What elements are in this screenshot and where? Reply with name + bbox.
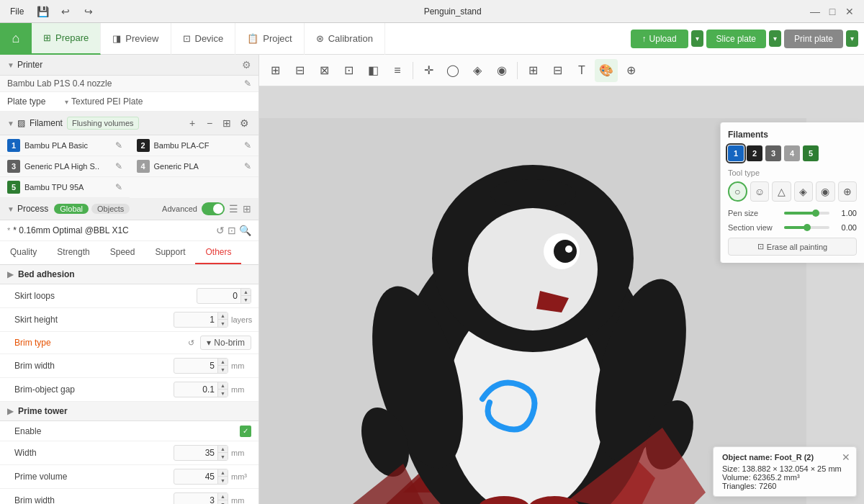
process-list-icon[interactable]: ☰	[229, 203, 238, 215]
toolbar-layout-icon[interactable]: ⊡	[337, 59, 360, 82]
skirt-loops-up[interactable]: ▲	[240, 289, 251, 296]
tool-face[interactable]: ☺	[750, 181, 769, 202]
skirt-loops-field[interactable]	[197, 289, 240, 302]
brim-object-gap-spinner[interactable]: ▲ ▼	[174, 382, 228, 397]
prime-tower-width-field[interactable]	[174, 446, 217, 459]
profile-save-icon[interactable]: ⊡	[228, 225, 236, 236]
tab-calibration[interactable]: ⊛ Calibration	[305, 23, 385, 55]
tool-triangle[interactable]: △	[772, 181, 791, 202]
brim-object-gap-down[interactable]: ▼	[217, 390, 228, 397]
brim-type-reset-icon[interactable]: ↺	[188, 338, 194, 348]
prime-tower-brim-width-down[interactable]: ▼	[217, 500, 228, 504]
filament-item-1[interactable]: 1 Bambu PLA Basic ✎	[0, 135, 130, 156]
brim-object-gap-field[interactable]	[174, 383, 217, 396]
tab-strength[interactable]: Strength	[47, 241, 99, 264]
section-view-slider[interactable]	[784, 226, 829, 229]
filament-settings-icon[interactable]: ⚙	[237, 116, 251, 130]
skirt-height-down[interactable]: ▼	[217, 320, 228, 327]
toolbar-layers-icon[interactable]: ≡	[386, 59, 409, 82]
add-filament-button[interactable]: +	[185, 116, 199, 130]
filament-chip-1[interactable]: 1	[728, 145, 744, 161]
filament-item-2[interactable]: 2 Bambu PLA-CF ✎	[130, 135, 259, 156]
undo-icon[interactable]: ↩	[57, 3, 74, 20]
prime-volume-down[interactable]: ▼	[217, 477, 228, 484]
tab-preview[interactable]: ◨ Preview	[101, 23, 171, 55]
filament-item-4[interactable]: 4 Generic PLA ✎	[130, 156, 259, 177]
toolbar-more-icon[interactable]: ⊕	[619, 59, 642, 82]
upload-dropdown[interactable]: ▾	[691, 30, 703, 47]
print-button[interactable]: Print plate	[784, 30, 843, 48]
tab-support[interactable]: Support	[145, 241, 195, 264]
printer-settings-icon[interactable]: ⚙	[242, 59, 251, 71]
toolbar-seam-icon[interactable]: ◉	[490, 59, 513, 82]
skirt-loops-down[interactable]: ▼	[240, 296, 251, 303]
toolbar-text-icon[interactable]: T	[570, 59, 593, 82]
advanced-toggle[interactable]	[202, 202, 225, 215]
filament-chip-2[interactable]: 2	[747, 145, 762, 161]
prime-tower-width-up[interactable]: ▲	[217, 446, 228, 453]
tab-project[interactable]: 📋 Project	[235, 23, 304, 55]
prime-tower-brim-width-up[interactable]: ▲	[217, 493, 228, 500]
toolbar-arrange-icon[interactable]: ⊟	[546, 59, 569, 82]
process-settings-icon[interactable]: ⊞	[243, 203, 251, 215]
brim-width-up[interactable]: ▲	[217, 359, 228, 366]
plate-type-selector[interactable]: ▾ Textured PEI Plate	[65, 96, 251, 107]
printer-section-header[interactable]: ▼ Printer ⚙	[0, 55, 258, 76]
skirt-height-up[interactable]: ▲	[217, 312, 228, 320]
toolbar-support-icon[interactable]: ◈	[466, 59, 489, 82]
skirt-loops-spinner[interactable]: ▲ ▼	[197, 288, 251, 304]
slice-button[interactable]: Slice plate	[706, 30, 766, 48]
filament-edit-1[interactable]: ✎	[115, 140, 122, 150]
tab-quality[interactable]: Quality	[0, 241, 47, 264]
tab-device[interactable]: ⊡ Device	[171, 23, 236, 55]
brim-width-spinner[interactable]: ▲ ▼	[174, 358, 228, 374]
tool-fill[interactable]: ◉	[816, 181, 834, 202]
filament-edit-2[interactable]: ✎	[244, 140, 251, 150]
prime-tower-width-down[interactable]: ▼	[217, 453, 228, 460]
profile-reset-icon[interactable]: ↺	[216, 225, 225, 236]
tool-diamond[interactable]: ◈	[794, 181, 813, 202]
toolbar-image-icon[interactable]: ⊠	[312, 59, 336, 82]
tool-plus[interactable]: ⊕	[838, 181, 857, 202]
prime-volume-up[interactable]: ▲	[217, 469, 228, 477]
home-button[interactable]: ⌂	[0, 23, 32, 55]
upload-button[interactable]: ↑ Upload	[631, 30, 688, 48]
toolbar-grid-icon[interactable]: ⊞	[264, 59, 287, 82]
remove-filament-button[interactable]: −	[202, 116, 217, 130]
flushing-volumes-button[interactable]: Flushing volumes	[67, 117, 139, 130]
bed-adhesion-header[interactable]: ▶ Bed adhesion	[0, 265, 258, 284]
printer-edit-icon[interactable]: ✎	[244, 78, 251, 89]
filament-item-3[interactable]: 3 Generic PLA High S.. ✎	[0, 156, 130, 177]
prime-tower-width-spinner[interactable]: ▲ ▼	[174, 445, 228, 461]
object-info-close-button[interactable]: ✕	[842, 451, 850, 463]
prime-tower-brim-width-field[interactable]	[174, 494, 217, 504]
prime-volume-field[interactable]	[174, 470, 217, 483]
slice-dropdown[interactable]: ▾	[769, 30, 781, 47]
tab-speed[interactable]: Speed	[100, 241, 145, 264]
minimize-button[interactable]: —	[808, 4, 822, 19]
filament-edit-4[interactable]: ✎	[244, 161, 251, 171]
print-dropdown[interactable]: ▾	[846, 30, 858, 47]
prime-tower-enable-checkbox[interactable]: ✓	[240, 426, 251, 437]
tab-prepare[interactable]: ⊞ Prepare	[32, 23, 101, 55]
badge-global[interactable]: Global	[54, 204, 89, 214]
toolbar-move-icon[interactable]: ✛	[417, 59, 440, 82]
tool-circle[interactable]: ○	[728, 181, 747, 202]
filament-edit-3[interactable]: ✎	[115, 161, 122, 171]
filament-chip-3[interactable]: 3	[765, 145, 781, 161]
filament-edit-5[interactable]: ✎	[115, 182, 122, 192]
toolbar-paint-icon[interactable]: ◯	[441, 59, 464, 82]
filament-item-5[interactable]: 5 Bambu TPU 95A ✎	[0, 177, 130, 198]
skirt-height-field[interactable]	[174, 313, 217, 326]
file-menu[interactable]: File	[6, 5, 28, 18]
prime-volume-spinner[interactable]: ▲ ▼	[174, 469, 228, 485]
close-button[interactable]: ✕	[842, 4, 857, 19]
brim-type-selector[interactable]: ▾ No-brim	[200, 336, 251, 350]
badge-objects[interactable]: Objects	[91, 204, 130, 214]
filament-chip-4[interactable]: 4	[784, 145, 800, 161]
brim-width-field[interactable]	[174, 359, 217, 372]
toolbar-slice-icon[interactable]: ◧	[361, 59, 384, 82]
redo-icon[interactable]: ↪	[80, 3, 97, 20]
prime-tower-header[interactable]: ▶ Prime tower	[0, 402, 258, 421]
tab-others[interactable]: Others	[195, 241, 241, 264]
